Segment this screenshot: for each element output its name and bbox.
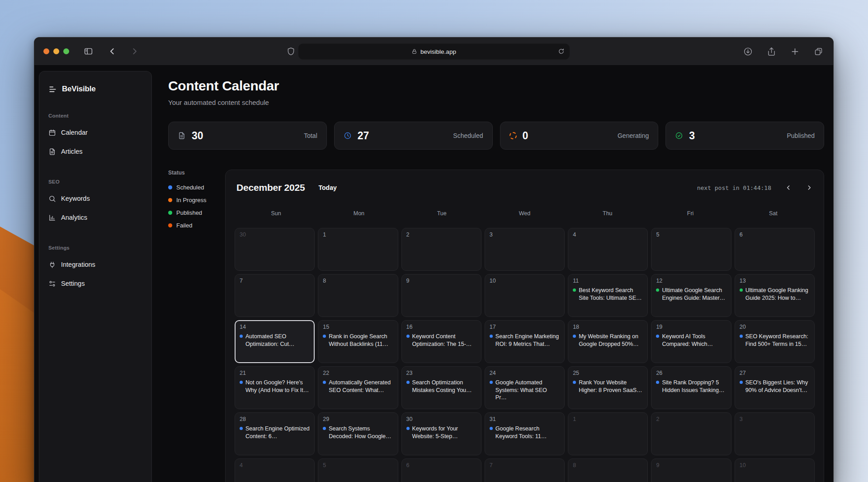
calendar-day-cell[interactable]: 1 [568, 412, 648, 455]
calendar-day-cell[interactable]: 9 [651, 458, 731, 482]
calendar-day-cell[interactable]: 21 Not on Google? Here's Why (And How to… [235, 366, 315, 409]
day-number: 7 [490, 462, 560, 468]
calendar-day-cell[interactable]: 4 [568, 228, 648, 271]
forward-icon[interactable] [130, 47, 139, 56]
file-icon [178, 132, 186, 140]
calendar-event[interactable]: Ultimate Google Search Engines Guide: Ma… [656, 287, 726, 302]
calendar-event[interactable]: Not on Google? Here's Why (And How to Fi… [240, 379, 310, 394]
event-status-dot [573, 381, 576, 384]
event-status-dot [406, 427, 410, 430]
minimize-window-button[interactable] [53, 48, 59, 54]
calendar-day-cell[interactable]: 6 [735, 228, 815, 271]
calendar-day-cell[interactable]: 24 Google Automated Systems: What SEO Pr… [485, 366, 565, 409]
calendar-day-cell[interactable]: 9 [401, 274, 481, 317]
calendar-event[interactable]: Search Engine Marketing ROI: 9 Metrics T… [490, 333, 560, 348]
calendar-event[interactable]: Search Engine Optimized Content: 6… [240, 425, 310, 440]
event-status-dot [573, 288, 576, 292]
calendar-day-cell[interactable]: 26 Site Rank Dropping? 5 Hidden Issues T… [651, 366, 731, 409]
calendar-event[interactable]: Search Optimization Mistakes Costing You… [406, 379, 476, 394]
close-window-button[interactable] [43, 48, 49, 54]
today-button[interactable]: Today [319, 184, 337, 191]
calendar-day-cell[interactable]: 5 [318, 458, 398, 482]
calendar-day-cell[interactable]: 14 Automated SEO Optimization: Cut… [235, 320, 315, 363]
sidebar-toggle-icon[interactable] [84, 47, 93, 56]
calendar-day-cell[interactable]: 10 [735, 458, 815, 482]
calendar-day-cell[interactable]: 2 [651, 412, 731, 455]
calendar-day-cell[interactable]: 22 Automatically Generated SEO Content: … [318, 366, 398, 409]
calendar-day-cell[interactable]: 28 Search Engine Optimized Content: 6… [235, 412, 315, 455]
calendar-day-cell[interactable]: 8 [568, 458, 648, 482]
back-icon[interactable] [108, 47, 117, 56]
calendar-day-cell[interactable]: 12 Ultimate Google Search Engines Guide:… [651, 274, 731, 317]
day-number: 26 [656, 370, 726, 376]
calendar-day-cell[interactable]: 30 [235, 228, 315, 271]
sidebar-item-keywords[interactable]: Keywords [48, 189, 142, 208]
calendar-event[interactable]: Rank Your Website Higher: 8 Proven SaaS… [573, 379, 643, 394]
tabs-overview-icon[interactable] [814, 47, 823, 56]
next-month-icon[interactable] [806, 184, 813, 191]
traffic-lights [43, 48, 69, 54]
day-number: 12 [656, 278, 726, 284]
sidebar-item-calendar[interactable]: Calendar [48, 123, 142, 142]
calendar-event[interactable]: Keywords for Your Website: 5-Step… [406, 425, 476, 440]
calendar-event[interactable]: SEO's Biggest Lies: Why 90% of Advice Do… [740, 379, 810, 394]
calendar-day-cell[interactable]: 3 [735, 412, 815, 455]
calendar-event[interactable]: Keyword AI Tools Compared: Which… [656, 333, 726, 348]
calendar-day-cell[interactable]: 23 Search Optimization Mistakes Costing … [401, 366, 481, 409]
calendar-day-cell[interactable]: 30 Keywords for Your Website: 5-Step… [401, 412, 481, 455]
calendar-section: Status Scheduled In Progress [168, 170, 824, 482]
sidebar-item-articles[interactable]: Articles [48, 142, 142, 161]
calendar-day-cell[interactable]: 8 [318, 274, 398, 317]
calendar-day-cell[interactable]: 13 Ultimate Google Ranking Guide 2025: H… [735, 274, 815, 317]
reload-icon[interactable] [558, 48, 565, 55]
calendar-day-cell[interactable]: 25 Rank Your Website Higher: 8 Proven Sa… [568, 366, 648, 409]
calendar-event[interactable]: SEO Keyword Research: Find 500+ Terms in… [740, 333, 810, 348]
calendar-event[interactable]: Rank in Google Search Without Backlinks … [323, 333, 393, 348]
calendar-day-cell[interactable]: 15 Rank in Google Search Without Backlin… [318, 320, 398, 363]
calendar-day-cell[interactable]: 18 My Website Ranking on Google Dropped … [568, 320, 648, 363]
calendar-day-cell[interactable]: 16 Keyword Content Optimization: The 15-… [401, 320, 481, 363]
day-number: 24 [490, 370, 560, 376]
new-tab-icon[interactable] [790, 47, 800, 56]
day-number: 1 [573, 416, 643, 422]
downloads-icon[interactable] [743, 47, 753, 56]
calendar-event[interactable]: Automatically Generated SEO Content: Wha… [323, 379, 393, 394]
sidebar-item-integrations[interactable]: Integrations [48, 255, 142, 274]
shield-icon[interactable] [286, 47, 296, 56]
calendar-event[interactable]: Automated SEO Optimization: Cut… [240, 333, 310, 348]
calendar-day-cell[interactable]: 7 [235, 274, 315, 317]
share-icon[interactable] [767, 47, 776, 56]
calendar-day-cell[interactable]: 1 [318, 228, 398, 271]
event-status-dot [406, 381, 410, 384]
calendar-day-cell[interactable]: 29 Search Systems Decoded: How Google… [318, 412, 398, 455]
calendar-day-cell[interactable]: 31 Google Research Keyword Tools: 11… [485, 412, 565, 455]
calendar-day-cell[interactable]: 4 [235, 458, 315, 482]
calendar-day-cell[interactable]: 27 SEO's Biggest Lies: Why 90% of Advice… [735, 366, 815, 409]
calendar-day-cell[interactable]: 17 Search Engine Marketing ROI: 9 Metric… [485, 320, 565, 363]
status-dot [168, 198, 172, 202]
calendar-day-cell[interactable]: 20 SEO Keyword Research: Find 500+ Terms… [735, 320, 815, 363]
address-bar[interactable]: bevisible.app [298, 43, 570, 59]
calendar-day-cell[interactable]: 3 [485, 228, 565, 271]
sidebar-item-analytics[interactable]: Analytics [48, 208, 142, 227]
calendar-event[interactable]: Search Systems Decoded: How Google… [323, 425, 393, 440]
calendar-event[interactable]: Ultimate Google Ranking Guide 2025: How … [740, 287, 810, 302]
calendar-event[interactable]: Keyword Content Optimization: The 15-… [406, 333, 476, 348]
stat-label: Total [304, 132, 317, 139]
calendar-day-cell[interactable]: 6 [401, 458, 481, 482]
calendar-event[interactable]: My Website Ranking on Google Dropped 50%… [573, 333, 643, 348]
calendar-day-cell[interactable]: 2 [401, 228, 481, 271]
calendar-day-cell[interactable]: 7 [485, 458, 565, 482]
prev-month-icon[interactable] [785, 184, 792, 191]
stat-value: 27 [358, 130, 369, 142]
calendar-event[interactable]: Google Automated Systems: What SEO Pr… [490, 379, 560, 402]
zoom-window-button[interactable] [63, 48, 69, 54]
calendar-day-cell[interactable]: 5 [651, 228, 731, 271]
calendar-day-cell[interactable]: 11 Best Keyword Search Site Tools: Ultim… [568, 274, 648, 317]
calendar-event[interactable]: Site Rank Dropping? 5 Hidden Issues Tank… [656, 379, 726, 394]
calendar-day-cell[interactable]: 19 Keyword AI Tools Compared: Which… [651, 320, 731, 363]
calendar-day-cell[interactable]: 10 [485, 274, 565, 317]
calendar-event[interactable]: Google Research Keyword Tools: 11… [490, 425, 560, 440]
sidebar-item-settings[interactable]: Settings [48, 274, 142, 293]
calendar-event[interactable]: Best Keyword Search Site Tools: Ultimate… [573, 287, 643, 302]
